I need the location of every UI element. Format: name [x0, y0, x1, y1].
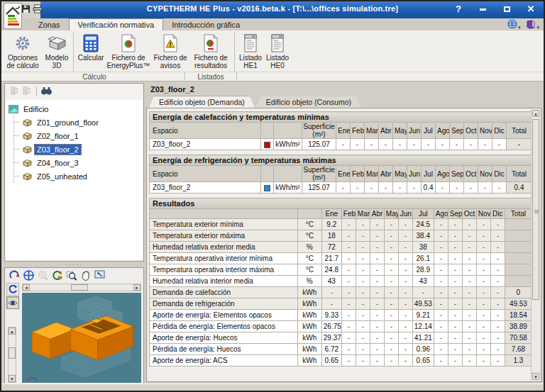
zoom-extents-icon[interactable]	[23, 269, 35, 281]
printer-icon[interactable]	[33, 4, 43, 16]
modelo-3d-button[interactable]: Modelo 3D	[43, 32, 71, 71]
tab-zonas[interactable]: Zonas	[30, 19, 69, 30]
month-value-cell: 43	[321, 276, 341, 287]
month-value-cell: -	[370, 287, 384, 298]
month-value-cell: -	[490, 219, 505, 230]
save-icon[interactable]	[21, 4, 31, 16]
scroll-left-arrow[interactable]: ◄	[23, 284, 30, 291]
pan-hand-icon[interactable]	[79, 269, 92, 281]
row-label: Aporte de energía: Huecos	[150, 332, 298, 344]
col-unit	[297, 209, 321, 219]
tree-item-z04-floor-3[interactable]: Z04_floor_3	[14, 156, 143, 169]
results-row: Temperatura exterior máxima°C18-----38.4…	[150, 230, 532, 242]
month-value-cell: -	[448, 219, 462, 230]
month-value-cell: -	[384, 264, 398, 276]
unit-cell: kWh/m²	[273, 139, 302, 150]
panel-splitter[interactable]: ·····	[4, 262, 144, 267]
month-value-cell: -	[341, 276, 356, 287]
results-row: Aporte de energía: ACSkWh0.65-----0.65--…	[150, 355, 532, 366]
month-value-cell: -	[384, 321, 398, 332]
month-value-cell: 24.8	[321, 264, 341, 276]
tree-item-z02-floor-1[interactable]: Z02_floor_1	[14, 129, 143, 142]
fichero-energyplus-button[interactable]: Fichero de EnergyPlus™	[106, 32, 151, 71]
month-value-cell: -	[398, 242, 412, 253]
app-window: CYPETHERM HE Plus - v2016.beta.k - [T:\.…	[0, 0, 545, 392]
col-superficie: Superficie (m²)	[302, 166, 336, 182]
fichero-resultados-button[interactable]: Fichero de resultados	[189, 32, 232, 71]
scroll-right-arrow[interactable]: ►	[133, 284, 141, 291]
content-vertical-scrollbar[interactable]: ▲ ▼	[531, 109, 540, 381]
opciones-de-calculo-button[interactable]: Opciones de cálculo	[3, 32, 43, 71]
month-value-cell: -	[462, 219, 476, 230]
month-col-header: Sep	[449, 123, 463, 139]
building-model	[22, 293, 141, 383]
tree-item-label: Edificio	[21, 104, 50, 114]
scroll-thumb[interactable]	[9, 347, 16, 359]
calcular-button[interactable]: Calcular	[76, 32, 106, 71]
month-col-header: Jun	[407, 123, 421, 139]
month-value-cell: -	[365, 182, 379, 194]
listado-he1-button[interactable]: Listado HE1	[237, 32, 264, 71]
table-row: Z03_floor_2 kWh/m² 125.07 -------------	[150, 139, 532, 150]
fichero-avisos-button[interactable]: Fichero de avisos	[151, 32, 189, 71]
model-3d-viewport[interactable]	[22, 293, 141, 383]
app-logo-icon[interactable]	[4, 3, 22, 29]
month-value-cell: -	[476, 321, 490, 332]
month-value-cell: -	[350, 139, 364, 150]
unit-cell: °C	[297, 219, 321, 230]
zoom-window-icon[interactable]	[65, 269, 77, 281]
month-value-cell: -	[341, 230, 356, 242]
maximize-button[interactable]	[500, 3, 514, 16]
col-espacio: Espacio	[150, 123, 261, 139]
help-button[interactable]: ?	[451, 3, 466, 16]
viewport-vertical-scrollbar[interactable]: ▲ ▼	[8, 327, 16, 383]
col-color	[260, 123, 273, 139]
expand-tree-icon[interactable]	[23, 85, 32, 98]
scroll-thumb[interactable]	[532, 119, 539, 300]
month-value-cell: -	[341, 287, 356, 298]
month-value-cell: -	[398, 298, 412, 310]
month-value-cell: -	[434, 230, 448, 242]
scroll-down-arrow[interactable]: ▼	[532, 373, 539, 380]
month-value-cell: -	[341, 298, 356, 310]
tab-verificacion-normativa[interactable]: Verificación normativa	[69, 18, 164, 30]
month-value-cell: -	[434, 264, 448, 276]
month-value-cell: -	[434, 298, 448, 310]
scroll-thumb[interactable]	[71, 284, 88, 291]
close-button[interactable]: ✕	[524, 3, 538, 16]
binoculars-search-icon[interactable]	[41, 85, 52, 98]
visibility-eye-icon[interactable]	[6, 296, 19, 309]
tree-item-edificio[interactable]: Edificio	[9, 102, 143, 116]
collapse-tree-icon[interactable]	[11, 85, 20, 98]
rotate-view-icon[interactable]	[9, 269, 21, 281]
viewport-horizontal-scrollbar[interactable]: ◄ ►	[22, 284, 141, 291]
month-value-cell: 26.1	[412, 253, 434, 264]
scroll-up-arrow[interactable]: ▲	[532, 110, 539, 117]
tab-introduccion-grafica[interactable]: Introducción gráfica	[163, 19, 248, 30]
month-value-cell: -	[490, 264, 505, 276]
tree-item-z01-ground-floor[interactable]: Z01_ground_floor	[14, 116, 143, 129]
month-value-cell: -	[384, 242, 398, 253]
month-value-cell: -	[356, 332, 370, 344]
scroll-up-arrow[interactable]: ▲	[9, 327, 16, 335]
spin-model-icon[interactable]	[6, 283, 19, 296]
tree-item-z05-unheated[interactable]: Z05_unheated	[14, 169, 143, 183]
orbit-icon[interactable]	[51, 269, 63, 281]
month-value-cell: -	[476, 310, 490, 321]
fullscreen-icon[interactable]	[94, 269, 106, 281]
month-value-cell: 43	[412, 276, 434, 287]
tree-item-label: Z01_ground_floor	[35, 118, 101, 128]
listado-he0-button[interactable]: Listado HE0	[264, 32, 291, 71]
tab-edificio-objeto-consumo[interactable]: Edificio objeto (Consumo)	[256, 96, 361, 108]
scroll-down-arrow[interactable]: ▼	[9, 375, 16, 382]
month-value-cell: -	[462, 287, 476, 298]
tab-edificio-objeto-demanda[interactable]: Edificio objeto (Demanda)	[149, 96, 255, 108]
tree-item-z03-floor-2[interactable]: Z03_floor_2	[14, 142, 143, 156]
minimize-button[interactable]	[475, 3, 490, 16]
month-value-cell: 0.96	[412, 344, 434, 355]
ribbon-group-labels: Cálculo Listados	[1, 72, 544, 81]
month-value-cell: -	[398, 321, 412, 332]
month-value-cell: -	[490, 276, 505, 287]
results-row: Temperatura operativa interior máxima°C2…	[150, 264, 532, 276]
month-value-cell: -	[476, 253, 490, 264]
